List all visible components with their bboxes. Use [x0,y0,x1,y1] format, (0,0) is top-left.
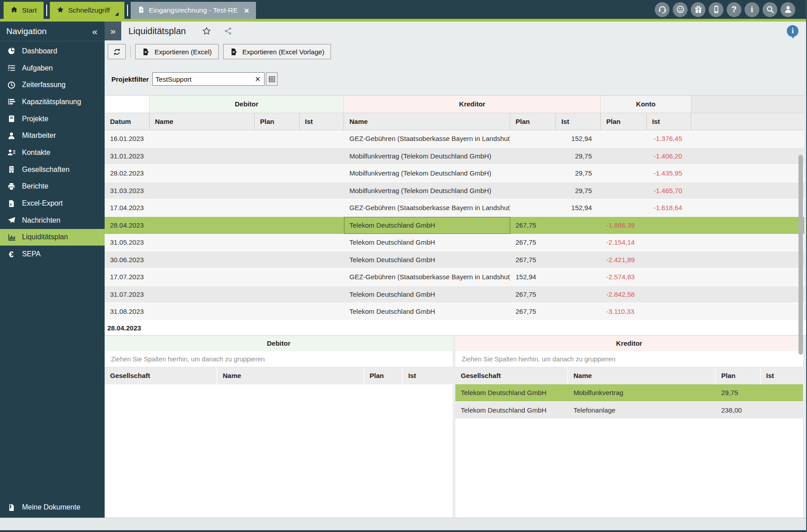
col-kreditor-ist[interactable]: Ist [556,113,601,130]
tab-start[interactable]: Start [4,2,44,19]
cell [255,217,300,234]
page-title: Liquiditätsplan [128,26,186,36]
table-row[interactable]: 16.01.2023GEZ-Gebühren (Staatsoberkasse … [105,130,804,148]
sidebar-item-kapazitaetsplanung[interactable]: Kapazitätsplanung [0,93,105,110]
info-icon[interactable]: i [745,2,759,17]
table-row[interactable]: 17.07.2023GEZ-Gebühren (Staatsoberkasse … [105,268,804,286]
cell [556,217,601,234]
cell: -1.886,39 [601,217,647,234]
table-row[interactable]: 31.05.2023Telekom Deutschland GmbH267,75… [105,234,804,251]
cell-kreditor-name: Telekom Deutschland GmbH [344,286,510,303]
refresh-button[interactable] [108,44,126,59]
col-kreditor-plan[interactable]: Plan [510,113,556,130]
col-plan[interactable]: Plan [364,367,403,384]
cell-datum: 31.03.2023 [105,182,150,199]
export-excel-template-button[interactable]: Exportieren (Excel Vorlage) [223,44,331,59]
clock-icon [6,80,17,90]
gift-icon[interactable] [691,2,706,17]
main-content: » Liquiditätsplan i Exportieren (Excel) … [105,22,806,518]
sidebar-item-sepa[interactable]: € SEPA [0,246,105,263]
col-konto-ist[interactable]: Ist [647,113,691,130]
sidebar-item-mitarbeiter[interactable]: Mitarbeiter [0,127,105,144]
smiley-icon[interactable] [673,2,688,17]
col-kreditor-name[interactable]: Name [344,113,510,130]
group-by-drop-zone[interactable]: Ziehen Sie Spalten hierhin, um danach zu… [455,351,803,367]
share-icon[interactable] [224,26,233,35]
table-row[interactable]: 31.03.2023Mobilfunkvertrag (Telekom Deut… [105,182,804,200]
cell-name: Telefonanlage [568,402,716,419]
col-datum[interactable]: Datum [105,113,150,130]
detail-section: Debitor Ziehen Sie Spalten hierhin, um d… [105,336,806,518]
mobile-icon[interactable] [709,2,723,17]
help-icon[interactable]: ? [727,2,741,17]
sidebar-item-nachrichten[interactable]: Nachrichten [0,212,105,229]
close-icon[interactable]: × [244,6,249,15]
table-row[interactable]: 31.07.2023Telekom Deutschland GmbH267,75… [105,286,804,303]
table-row[interactable]: Telekom Deutschland GmbH Telefonanlage 2… [455,402,803,419]
contacts-icon [6,148,17,158]
cell [601,130,647,147]
favorite-star-icon[interactable] [202,26,211,35]
col-debitor-ist[interactable]: Ist [300,113,344,130]
table-row[interactable]: 17.04.2023GEZ-Gebühren (Staatsoberkasse … [105,199,804,217]
sidebar-item-projekte[interactable]: Projekte [0,110,105,128]
cell-filler [691,268,804,286]
search-icon[interactable] [763,2,777,17]
col-gesellschaft[interactable]: Gesellschaft [105,367,217,384]
cell [556,286,601,303]
cell-kreditor-name: Telekom Deutschland GmbH [344,251,510,268]
sidebar-item-gesellschaften[interactable]: Gesellschaften [0,161,105,178]
debitor-table-body [105,384,453,518]
clear-filter-icon[interactable] [251,73,264,85]
col-debitor-plan[interactable]: Plan [255,113,300,130]
table-row-selected[interactable]: 28.04.2023Telekom Deutschland GmbH267,75… [105,217,804,234]
table-row[interactable]: 30.06.2023Telekom Deutschland GmbH267,75… [105,251,804,269]
cell [255,251,300,268]
col-debitor-name[interactable]: Name [150,113,255,130]
expand-navigation-button[interactable]: » [105,22,121,40]
sidebar-item-liquiditaetsplan[interactable]: Liquiditätsplan [0,229,105,246]
sidebar-item-zeiterfassung[interactable]: Zeiterfassung [0,76,105,93]
table-row-selected[interactable]: Telekom Deutschland GmbH Mobilfunkvertra… [455,384,803,402]
cell-kreditor-name: Telekom Deutschland GmbH [344,234,510,251]
page-info-icon[interactable]: i [787,25,798,37]
column-header-row: Datum Name Plan Ist Name Plan Ist Plan I… [105,113,804,130]
col-plan[interactable]: Plan [716,367,761,384]
group-by-drop-zone[interactable]: Ziehen Sie Spalten hierhin, um danach zu… [105,351,453,367]
cell: -2.154,14 [601,234,647,251]
sidebar-item-aufgaben[interactable]: Aufgaben [0,60,105,77]
cell-filler [691,303,804,320]
tab-schnellzugriff[interactable]: Schnellzugriff [50,2,124,19]
col-name[interactable]: Name [217,367,364,384]
col-konto-plan[interactable]: Plan [601,113,647,130]
user-icon[interactable] [781,2,795,17]
col-gesellschaft[interactable]: Gesellschaft [455,367,568,384]
cell [300,130,344,147]
tab-eingangsrechnung[interactable]: Eingangsrechnung - Test-RE × [131,2,256,19]
col-ist[interactable]: Ist [761,367,803,384]
filter-picker-button[interactable] [266,72,278,86]
band-empty [105,96,150,113]
export-excel-button[interactable]: Exportieren (Excel) [135,44,219,59]
sidebar-item-dashboard[interactable]: Dashboard [0,43,105,60]
cell [300,234,344,251]
table-row[interactable]: 28.02.2023Mobilfunkvertrag (Telekom Deut… [105,165,804,182]
sidebar-item-berichte[interactable]: Berichte [0,178,105,195]
headset-icon[interactable] [655,2,670,17]
col-name[interactable]: Name [568,367,716,384]
cell [556,234,601,251]
col-ist[interactable]: Ist [403,367,453,384]
sidebar-item-excel-export[interactable]: x Excel-Export [0,195,105,212]
table-row[interactable]: 31.01.2023Mobilfunkvertrag (Telekom Deut… [105,148,804,165]
collapse-sidebar-icon[interactable]: « [92,26,97,37]
table-row[interactable]: 31.08.2023Telekom Deutschland GmbH267,75… [105,303,804,321]
cell-datum: 31.07.2023 [105,286,150,303]
star-icon [57,6,64,15]
kreditor-table-body [455,419,803,518]
tab-separator [46,4,47,16]
sidebar-item-meine-dokumente[interactable]: Meine Dokumente [0,499,105,516]
sidebar-item-kontakte[interactable]: Kontakte [0,144,105,161]
vertical-scrollbar-thumb[interactable] [798,155,803,355]
project-filter-input[interactable] [153,75,251,83]
cell [255,165,300,182]
